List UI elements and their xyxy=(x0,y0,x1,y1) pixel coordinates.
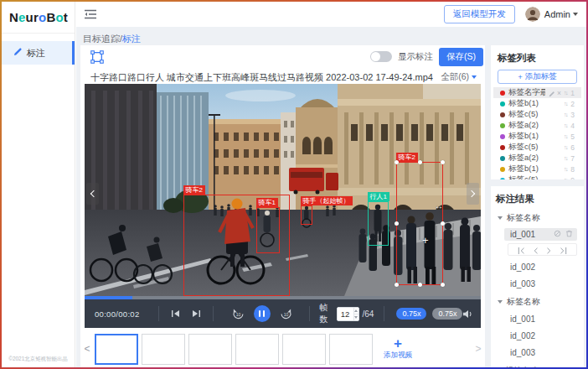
chevron-right-icon xyxy=(468,190,475,197)
video-thumbnail[interactable] xyxy=(142,334,185,365)
bbox-pedestrian1[interactable]: 行人1 xyxy=(368,201,389,246)
result-item[interactable]: id_003 xyxy=(496,348,579,358)
video-thumbnail-selected[interactable] xyxy=(95,334,138,365)
sort-icon[interactable]: ↑↓ xyxy=(564,90,567,96)
speed-pill-secondary[interactable]: 0.75x xyxy=(432,308,462,320)
label-list-panel: 标签列表 +添加标签 标签名字最长数... × ↑↓ 1 标签b(1)↑↓2 xyxy=(491,45,584,179)
label-row[interactable]: 标签c(5)↑↓3 xyxy=(498,109,577,120)
frame-number-field[interactable] xyxy=(338,308,353,320)
speed-pill-active[interactable]: 0.75x xyxy=(396,308,426,320)
video-thumbnail[interactable] xyxy=(282,334,326,365)
chevron-down-icon xyxy=(472,75,477,79)
results-title: 标注结果 xyxy=(496,193,579,205)
resize-handle[interactable] xyxy=(395,221,399,226)
filmstrip-next-button[interactable]: > xyxy=(474,343,482,355)
filter-dropdown[interactable]: 全部(6) xyxy=(441,71,477,83)
next-video-chevron[interactable] xyxy=(467,183,479,205)
video-canvas[interactable]: 骑车2 骑车1 骑手（起始帧） 行人1 骑车2 xyxy=(85,84,481,296)
menu-fold-icon[interactable] xyxy=(85,9,96,19)
first-frame-icon[interactable] xyxy=(518,242,525,257)
app-window: NeuroBot 标注 ©2021北京矩视智能出品 返回模型开发 Admin 目… xyxy=(0,0,588,369)
resize-handle[interactable] xyxy=(441,160,445,164)
rect-select-tool-icon[interactable] xyxy=(90,50,104,64)
volume-icon[interactable] xyxy=(462,309,473,319)
sidebar-item-annotate[interactable]: 标注 xyxy=(2,41,75,65)
label-row-selected[interactable]: 标签名字最长数... × ↑↓ 1 xyxy=(493,87,581,98)
avatar[interactable] xyxy=(525,7,540,22)
forward-10-button[interactable]: 10 xyxy=(280,308,292,320)
result-item-selected[interactable]: id_001 xyxy=(504,228,577,241)
bbox-label: 骑车2 xyxy=(183,185,205,195)
sort-icon[interactable]: ↑↓ xyxy=(564,166,567,172)
filmstrip-prev-button[interactable]: < xyxy=(83,343,91,355)
result-item[interactable]: id_001 xyxy=(496,314,579,325)
result-group-expanded[interactable]: 标签名称 xyxy=(496,212,579,224)
next-frame-button[interactable] xyxy=(192,309,201,318)
pause-button[interactable] xyxy=(254,305,271,322)
prev-frame-button[interactable] xyxy=(171,309,180,318)
prev-video-chevron[interactable] xyxy=(86,183,99,205)
bbox-label: 骑车2 xyxy=(396,153,418,162)
sort-icon[interactable]: ↑↓ xyxy=(564,155,567,161)
step-down-button[interactable] xyxy=(354,314,358,320)
user-menu[interactable]: Admin xyxy=(544,9,578,19)
result-item[interactable]: id_002 xyxy=(496,331,579,341)
result-item[interactable]: id_002 xyxy=(496,262,579,273)
resize-handle[interactable] xyxy=(418,283,422,287)
resize-handle[interactable] xyxy=(418,160,422,164)
prev-frame-icon[interactable] xyxy=(533,242,539,257)
result-item[interactable]: id_003 xyxy=(496,279,579,289)
show-annotations-toggle[interactable] xyxy=(370,51,392,62)
pencil-icon xyxy=(13,48,22,58)
label-row[interactable]: 标签c(5)↑↓9 xyxy=(498,174,577,179)
hide-annotation-icon[interactable] xyxy=(554,230,561,239)
video-thumbnail[interactable] xyxy=(188,334,232,365)
annotation-workspace: 显示标注 保存(S) 十字路口路口行人 城市交通上下班高峰斑马线过马路视频 20… xyxy=(80,45,485,367)
bbox-cyclist1[interactable]: 骑车1 xyxy=(256,207,280,253)
resize-handle[interactable] xyxy=(395,283,399,287)
delete-label-icon[interactable]: × xyxy=(557,90,561,96)
bbox-cyclist2-selected[interactable]: 骑车2 xyxy=(396,162,443,285)
add-video-button[interactable]: +添加视频 xyxy=(376,332,420,366)
sort-icon[interactable]: ↑↓ xyxy=(564,177,567,179)
annotation-results-panel: 标注结果 标签名称 id_001 id_002 id_003 xyxy=(491,186,584,367)
divider xyxy=(213,306,214,321)
app-logo: NeuroBot xyxy=(2,2,75,34)
result-group-expanded[interactable]: 标签名称 xyxy=(496,296,579,308)
resize-handle[interactable] xyxy=(441,221,445,226)
resize-handle[interactable] xyxy=(395,160,399,164)
sort-icon[interactable]: ↑↓ xyxy=(564,101,567,107)
player-controls: 00:00/00:02 10 10 帧数 xyxy=(85,299,481,328)
bbox-rider-startframe[interactable]: 骑手（起始帧） xyxy=(301,205,312,225)
sidebar: NeuroBot 标注 ©2021北京矩视智能出品 xyxy=(2,2,75,367)
sort-icon[interactable]: ↑↓ xyxy=(564,112,567,117)
step-up-button[interactable] xyxy=(354,308,358,314)
result-group-collapsed[interactable]: 标签名称 xyxy=(496,365,579,367)
video-thumbnail[interactable] xyxy=(235,334,279,365)
next-frame-icon[interactable] xyxy=(546,242,552,257)
rewind-10-button[interactable]: 10 xyxy=(232,308,245,320)
label-row[interactable]: 标签b(1)↑↓2 xyxy=(498,98,577,109)
svg-text:10: 10 xyxy=(283,311,288,316)
label-row[interactable]: 标签a(2)↑↓4 xyxy=(498,120,577,131)
add-label-button[interactable]: +添加标签 xyxy=(498,70,577,84)
sort-icon[interactable]: ↑↓ xyxy=(564,133,567,139)
back-to-model-dev-button[interactable]: 返回模型开发 xyxy=(444,5,515,23)
last-frame-icon[interactable] xyxy=(560,242,567,257)
sort-icon[interactable]: ↑↓ xyxy=(564,122,567,128)
label-row[interactable]: 标签a(2)↑↓7 xyxy=(498,153,577,164)
label-row[interactable]: 标签c(5)↑↓6 xyxy=(498,142,577,153)
caret-up-icon xyxy=(354,309,358,312)
caret-down-icon xyxy=(354,316,358,319)
label-color-dot xyxy=(500,167,505,172)
save-button[interactable]: 保存(S) xyxy=(439,48,483,66)
breadcrumb-parent[interactable]: 目标追踪 xyxy=(83,34,120,44)
video-thumbnail[interactable] xyxy=(329,334,373,365)
trash-icon[interactable] xyxy=(565,230,573,239)
sort-icon[interactable]: ↑↓ xyxy=(564,144,567,150)
label-row[interactable]: 标签b(1)↑↓8 xyxy=(498,164,577,174)
resize-handle[interactable] xyxy=(441,283,445,287)
sidebar-item-label: 标注 xyxy=(27,47,45,60)
label-row[interactable]: 标签b(1)↑↓5 xyxy=(498,131,577,142)
frame-number-input[interactable] xyxy=(337,307,359,321)
